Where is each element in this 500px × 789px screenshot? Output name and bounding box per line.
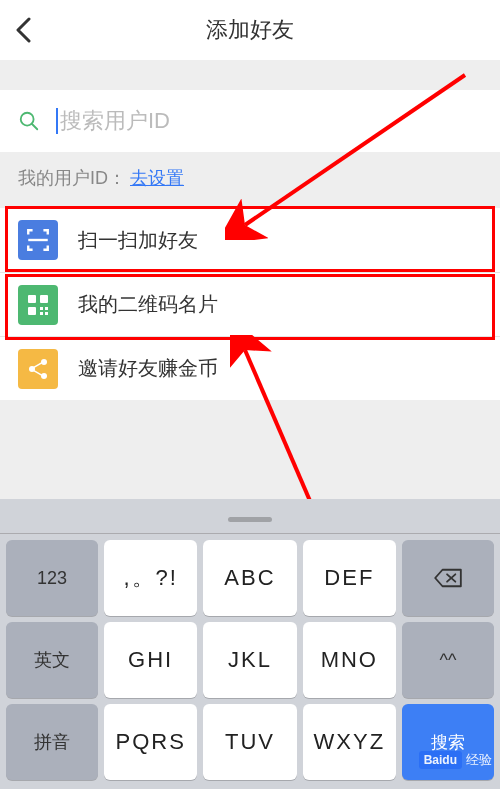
key-ghi[interactable]: GHI [104, 622, 197, 698]
svg-rect-6 [40, 307, 43, 310]
key-abc[interactable]: ABC [203, 540, 296, 616]
key-punct[interactable]: ,。?! [104, 540, 197, 616]
keyboard: 123 ,。?! ABC DEF 英文 GHI JKL MNO ^^ 拼音 PQ… [0, 499, 500, 789]
qrcode-icon [18, 285, 58, 325]
svg-rect-14 [33, 369, 43, 376]
header-bar: 添加好友 [0, 0, 500, 60]
spacer [0, 60, 500, 90]
svg-rect-5 [28, 307, 36, 315]
text-cursor [56, 108, 58, 134]
key-caret[interactable]: ^^ [402, 622, 494, 698]
watermark: Baidu 经验 [419, 751, 492, 769]
svg-rect-4 [40, 295, 48, 303]
user-id-row: 我的用户ID：去设置 [0, 152, 500, 208]
option-scan[interactable]: 扫一扫加好友 [0, 208, 500, 272]
key-delete[interactable] [402, 540, 494, 616]
key-tuv[interactable]: TUV [203, 704, 296, 780]
search-icon [18, 110, 56, 132]
watermark-text: 经验 [466, 751, 492, 769]
search-row[interactable]: 搜索用户ID [0, 90, 500, 152]
key-pqrs[interactable]: PQRS [104, 704, 197, 780]
key-pinyin[interactable]: 拼音 [6, 704, 98, 780]
svg-rect-9 [45, 312, 48, 315]
key-mno[interactable]: MNO [303, 622, 396, 698]
option-invite[interactable]: 邀请好友赚金币 [0, 336, 500, 400]
option-invite-label: 邀请好友赚金币 [78, 355, 218, 382]
key-english[interactable]: 英文 [6, 622, 98, 698]
svg-rect-7 [45, 307, 48, 310]
svg-line-1 [32, 124, 38, 130]
key-def[interactable]: DEF [303, 540, 396, 616]
scan-icon [18, 220, 58, 260]
option-scan-label: 扫一扫加好友 [78, 227, 198, 254]
search-input[interactable]: 搜索用户ID [56, 106, 482, 136]
key-jkl[interactable]: JKL [203, 622, 296, 698]
svg-rect-8 [40, 312, 43, 315]
option-qrcode[interactable]: 我的二维码名片 [0, 272, 500, 336]
back-icon[interactable] [15, 17, 31, 43]
share-icon [18, 349, 58, 389]
user-id-label: 我的用户ID： [18, 168, 126, 188]
options-group: 扫一扫加好友 我的二维码名片 邀请好友赚金币 [0, 208, 500, 400]
page-title: 添加好友 [206, 15, 294, 45]
key-wxyz[interactable]: WXYZ [303, 704, 396, 780]
option-qrcode-label: 我的二维码名片 [78, 291, 218, 318]
svg-rect-13 [33, 361, 43, 368]
svg-rect-3 [28, 295, 36, 303]
delete-icon [433, 567, 463, 589]
watermark-brand-icon: Baidu [419, 751, 462, 769]
keyboard-grabber[interactable] [0, 505, 500, 533]
key-123[interactable]: 123 [6, 540, 98, 616]
user-id-set-link[interactable]: 去设置 [130, 168, 184, 188]
